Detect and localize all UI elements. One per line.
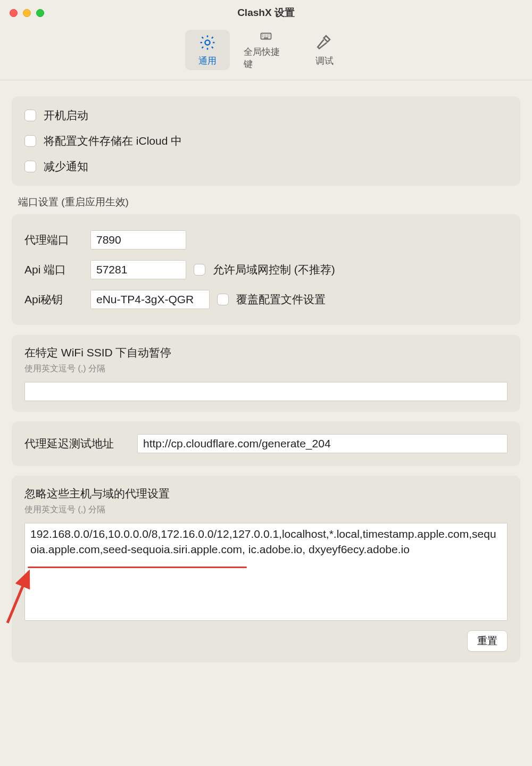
tab-debug-label: 调试 — [315, 55, 334, 67]
label-store-icloud: 将配置文件存储在 iCloud 中 — [44, 134, 182, 148]
row-store-icloud: 将配置文件存储在 iCloud 中 — [24, 128, 508, 154]
label-reduce-notif: 减少通知 — [44, 159, 88, 174]
proxy-port-input[interactable] — [90, 230, 186, 249]
api-secret-input[interactable] — [90, 290, 210, 309]
proxy-port-label: 代理端口 — [24, 232, 83, 247]
tab-hotkey[interactable]: 全局快捷键 — [244, 30, 288, 70]
annotation-underline — [28, 567, 247, 568]
ignore-hosts-title: 忽略这些主机与域的代理设置 — [24, 486, 508, 501]
checkbox-launch-at-login[interactable] — [24, 110, 36, 121]
row-launch-at-login: 开机启动 — [24, 103, 508, 128]
label-override-config: 覆盖配置文件设置 — [236, 292, 326, 307]
api-port-label: Api 端口 — [24, 262, 83, 277]
card-ignore-hosts: 忽略这些主机与域的代理设置 使用英文逗号 (,) 分隔 重置 — [12, 476, 520, 662]
tab-hotkey-label: 全局快捷键 — [244, 46, 288, 70]
tab-general-label: 通用 — [198, 55, 217, 67]
wifi-pause-title: 在特定 WiFi SSID 下自动暂停 — [24, 345, 508, 360]
tab-debug[interactable]: 调试 — [302, 30, 347, 70]
card-latency-url: 代理延迟测试地址 — [12, 421, 520, 466]
label-allow-lan: 允许局域网控制 (不推荐) — [213, 262, 335, 277]
keyboard-icon — [257, 30, 275, 43]
tab-general[interactable]: 通用 — [185, 30, 230, 70]
reset-button[interactable]: 重置 — [467, 630, 508, 652]
latency-url-input[interactable] — [137, 434, 508, 453]
toolbar: 通用 全局快捷键 调试 — [0, 26, 532, 80]
card-launch-options: 开机启动 将配置文件存储在 iCloud 中 减少通知 — [12, 96, 520, 186]
card-port-settings: 代理端口 Api 端口 允许局域网控制 (不推荐) Api秘钥 覆盖配置文件设置 — [12, 214, 520, 325]
api-secret-label: Api秘钥 — [24, 292, 83, 307]
wifi-pause-hint: 使用英文逗号 (,) 分隔 — [24, 363, 508, 374]
checkbox-allow-lan[interactable] — [194, 264, 205, 276]
checkbox-override-config[interactable] — [217, 294, 229, 305]
card-wifi-pause: 在特定 WiFi SSID 下自动暂停 使用英文逗号 (,) 分隔 — [12, 335, 520, 412]
row-reduce-notif: 减少通知 — [24, 154, 508, 179]
ignore-hosts-textarea[interactable] — [24, 523, 508, 621]
api-port-input[interactable] — [90, 260, 186, 279]
latency-url-label: 代理延迟测试地址 — [24, 436, 130, 451]
gear-icon — [198, 34, 217, 52]
checkbox-reduce-notif[interactable] — [24, 161, 36, 172]
titlebar: ClashX 设置 — [0, 0, 532, 26]
ignore-hosts-hint: 使用英文逗号 (,) 分隔 — [24, 504, 508, 515]
port-section-header: 端口设置 (重启应用生效) — [12, 195, 520, 214]
hammer-icon — [315, 34, 334, 52]
svg-point-0 — [205, 40, 210, 45]
content: 开机启动 将配置文件存储在 iCloud 中 减少通知 端口设置 (重启应用生效… — [0, 80, 532, 682]
wifi-ssid-input[interactable] — [24, 382, 508, 401]
window-title: ClashX 设置 — [0, 6, 532, 20]
checkbox-store-icloud[interactable] — [24, 135, 36, 147]
label-launch-at-login: 开机启动 — [44, 108, 88, 123]
